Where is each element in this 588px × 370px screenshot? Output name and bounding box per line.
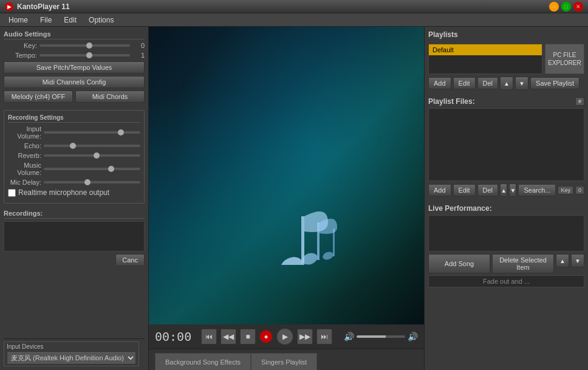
forward-button[interactable]: ▶▶ bbox=[297, 329, 313, 344]
title-bar: ▶ KantoPlayer 11 ─ □ ✕ bbox=[0, 0, 588, 13]
echo-track[interactable] bbox=[44, 145, 140, 147]
music-volume-track[interactable] bbox=[44, 168, 140, 170]
key-slider-track[interactable] bbox=[39, 44, 130, 47]
midi-chords-button[interactable]: Midi Chords bbox=[75, 91, 145, 103]
playlist-files-section: Playlist Files: # Add Edit Del ▲ ▼ Searc… bbox=[428, 97, 584, 199]
tab-singers-playlist[interactable]: Singers Playlist bbox=[251, 353, 317, 370]
live-performance-section: Live Performance: Add Song Delete Select… bbox=[428, 204, 584, 287]
prev-button[interactable]: ⏮ bbox=[201, 329, 217, 344]
stop-button[interactable]: ■ bbox=[240, 329, 256, 344]
live-up-button[interactable]: ▲ bbox=[556, 254, 569, 267]
add-song-button[interactable]: Add Song bbox=[428, 254, 490, 273]
realtime-checkbox[interactable] bbox=[8, 189, 16, 197]
recordings-title: Recordings: bbox=[4, 210, 145, 219]
input-devices-section: Input Devices 麦克风 (Realtek High Definiti… bbox=[4, 338, 145, 366]
mic-delay-label: Mic Delay: bbox=[8, 179, 41, 186]
hash-badge: # bbox=[575, 97, 584, 106]
menu-home[interactable]: Home bbox=[2, 15, 34, 26]
echo-label: Echo: bbox=[8, 142, 41, 149]
play-button[interactable]: ▶ bbox=[276, 328, 293, 345]
echo-row: Echo: bbox=[8, 142, 140, 149]
key-label-badge: Key bbox=[558, 186, 573, 194]
playlist-files-header: Playlist Files: # bbox=[428, 97, 584, 106]
music-volume-thumb[interactable] bbox=[108, 166, 114, 172]
music-volume-label: Music Volume: bbox=[8, 162, 41, 176]
playlists-section: Playlists Default PC FILE EXPLORER Add E… bbox=[428, 30, 584, 92]
key-label: Key: bbox=[4, 42, 37, 49]
key-value-badge: 0 bbox=[575, 186, 584, 194]
volume-control: 🔊 🔊 bbox=[344, 332, 418, 341]
audio-settings-section: Audio Settings Key: 0 Tempo: 1 Save Pitc… bbox=[4, 30, 145, 105]
input-volume-label: Input Volume: bbox=[8, 125, 41, 140]
mic-delay-thumb[interactable] bbox=[84, 179, 91, 185]
music-volume-row: Music Volume: bbox=[8, 162, 140, 176]
live-performance-list bbox=[428, 215, 584, 252]
playlist-down-button[interactable]: ▼ bbox=[515, 77, 528, 90]
delete-selected-button[interactable]: Delete Selected Item bbox=[492, 254, 554, 273]
key-value: 0 bbox=[132, 42, 145, 49]
recordings-section: Recordings: Canc bbox=[4, 210, 145, 266]
next-button[interactable]: ⏭ bbox=[316, 329, 332, 344]
playlist-item-default[interactable]: Default bbox=[429, 44, 542, 55]
mic-delay-track[interactable] bbox=[44, 181, 140, 183]
tempo-value: 1 bbox=[132, 52, 145, 59]
playlist-toolbar: Add Edit Del ▲ ▼ Save Playlist bbox=[428, 77, 584, 90]
playlist-edit-button[interactable]: Edit bbox=[453, 77, 476, 89]
files-up-button[interactable]: ▲ bbox=[500, 183, 507, 197]
menu-edit[interactable]: Edit bbox=[58, 15, 83, 26]
menu-file[interactable]: File bbox=[34, 15, 58, 26]
playlist-add-button[interactable]: Add bbox=[428, 77, 451, 89]
volume-max-icon: 🔊 bbox=[408, 332, 418, 341]
files-toolbar: Add Edit Del ▲ ▼ Search... Key 0 bbox=[428, 183, 584, 197]
save-playlist-button[interactable]: Save Playlist bbox=[530, 77, 579, 89]
key-slider-row: Key: 0 bbox=[4, 42, 145, 49]
canc-button[interactable]: Canc bbox=[115, 254, 145, 266]
playlist-up-button[interactable]: ▲ bbox=[500, 77, 513, 90]
main-area: Audio Settings Key: 0 Tempo: 1 Save Pitc… bbox=[0, 27, 588, 370]
melody-button[interactable]: Melody (ch4) OFF bbox=[4, 91, 73, 103]
menu-options[interactable]: Options bbox=[83, 15, 120, 26]
input-volume-row: Input Volume: bbox=[8, 125, 140, 140]
live-down-button[interactable]: ▼ bbox=[571, 254, 584, 267]
files-add-button[interactable]: Add bbox=[428, 184, 451, 196]
files-edit-button[interactable]: Edit bbox=[453, 184, 476, 196]
files-del-button[interactable]: Del bbox=[477, 184, 499, 196]
midi-config-button[interactable]: Midi Channels Config bbox=[4, 76, 145, 88]
tempo-slider-thumb[interactable] bbox=[86, 52, 92, 58]
pc-file-explorer-button[interactable]: PC FILE EXPLORER bbox=[545, 44, 584, 74]
input-devices-label: Input Devices bbox=[7, 343, 136, 350]
record-button[interactable]: ● bbox=[259, 330, 273, 343]
realtime-label: Realtime microphone output bbox=[18, 188, 109, 197]
right-panel: Playlists Default PC FILE EXPLORER Add E… bbox=[424, 27, 588, 370]
volume-slider[interactable] bbox=[357, 335, 405, 338]
tab-background-song[interactable]: Background Song Effects bbox=[155, 353, 251, 370]
input-volume-thumb[interactable] bbox=[118, 129, 124, 135]
rewind-button[interactable]: ◀◀ bbox=[220, 329, 236, 344]
svg-point-0 bbox=[278, 255, 304, 265]
save-pitch-button[interactable]: Save Pitch/Tempo Values bbox=[4, 61, 145, 74]
reverb-track[interactable] bbox=[44, 154, 140, 157]
playlist-del-button[interactable]: Del bbox=[477, 77, 499, 89]
album-art bbox=[149, 27, 424, 324]
fade-out-button[interactable]: Fade out and ... bbox=[428, 275, 584, 287]
minimize-button[interactable]: ─ bbox=[549, 2, 559, 12]
mic-delay-row: Mic Delay: bbox=[8, 179, 140, 186]
maximize-button[interactable]: □ bbox=[561, 2, 571, 12]
key-slider-thumb[interactable] bbox=[86, 43, 92, 49]
input-volume-track[interactable] bbox=[44, 131, 140, 134]
files-down-button[interactable]: ▼ bbox=[509, 183, 516, 197]
tempo-slider-track[interactable] bbox=[39, 54, 130, 57]
menu-bar: Home File Edit Options bbox=[0, 13, 588, 27]
echo-thumb[interactable] bbox=[70, 143, 76, 149]
input-device-select[interactable]: 麦克风 (Realtek High Definition Audio) bbox=[7, 351, 136, 365]
reverb-thumb[interactable] bbox=[94, 152, 100, 159]
close-button[interactable]: ✕ bbox=[573, 2, 583, 12]
melody-chords-row: Melody (ch4) OFF Midi Chords bbox=[4, 91, 145, 103]
realtime-row: Realtime microphone output bbox=[8, 188, 140, 197]
search-button[interactable]: Search... bbox=[518, 184, 556, 196]
center-panel: 00:00 ⏮ ◀◀ ■ ● ▶ ▶▶ ⏭ 🔊 🔊 Background Son… bbox=[149, 27, 424, 370]
bottom-tabs: Background Song Effects Singers Playlist bbox=[149, 349, 424, 370]
svg-rect-3 bbox=[317, 222, 320, 260]
svg-rect-5 bbox=[333, 228, 335, 256]
svg-point-4 bbox=[321, 250, 334, 261]
